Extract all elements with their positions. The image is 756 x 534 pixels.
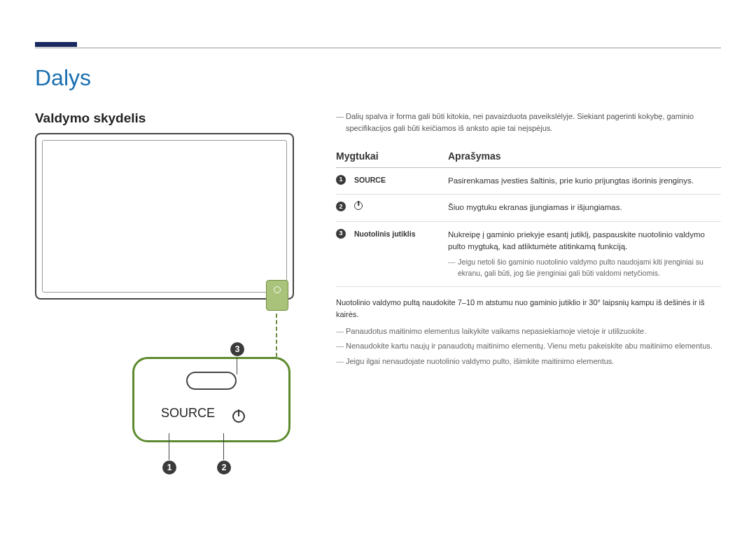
leader-line-3 [237,358,237,374]
row-label: Nuotolinis jutiklis [354,229,416,240]
th-description: Aprašymas [448,146,721,168]
footnote-item: Nenaudokite kartu naujų ir panaudotų mai… [336,340,721,353]
control-box: SOURCE [132,357,290,442]
control-panel-diagram: SOURCE 3 1 2 [35,133,308,476]
callout-1: 1 [162,461,176,475]
connector-line [276,314,277,357]
row-subnote: Jeigu netoli šio gaminio nuotolinio vald… [448,257,717,279]
footnote-item: Jeigu ilgai nenaudojate nuotolinio valdy… [336,356,721,368]
leader-line-1 [169,433,169,460]
table-row: 2 Šiuo mygtuku ekranas įjungiamas ir išj… [336,195,721,221]
description-table: Mygtukai Aprašymas 1 SOURCE Pasirenkamas… [336,146,721,287]
row-badge: 2 [336,202,346,211]
row-badge: 3 [336,229,346,239]
display-inner [42,140,287,293]
leader-line-2 [223,433,224,460]
page-title: Dalys [35,65,721,91]
th-buttons: Mygtukai [336,146,448,168]
power-icon [354,202,363,210]
oval-button-icon [186,372,237,390]
row-desc: Pasirenkamas įvesties šaltinis, prie kur… [448,168,721,195]
header-accent [35,42,77,47]
sensor-dot-icon [274,286,281,293]
display-outline [35,133,294,300]
row-label: SOURCE [354,175,386,186]
table-row: 3 Nuotolinis jutiklis Nukreipę į gaminio… [336,221,721,286]
callout-3: 3 [230,342,244,356]
footnotes: Nuotolinio valdymo pultą naudokite 7–10 … [336,297,721,368]
header-rule [35,48,721,48]
section-title: Valdymo skydelis [35,111,308,126]
source-label: SOURCE [161,406,215,421]
row-desc: Nukreipę į gaminio priekyje esantį jutik… [448,230,705,251]
power-icon [232,410,245,423]
table-row: 1 SOURCE Pasirenkamas įvesties šaltinis,… [336,168,721,195]
row-desc: Šiuo mygtuku ekranas įjungiamas ir išjun… [448,195,721,221]
footnote-item: Panaudotus maitinimo elementus laikykite… [336,325,721,338]
callout-2: 2 [217,461,231,475]
top-note: Dalių spalva ir forma gali būti kitokia,… [336,111,721,134]
row-badge: 1 [336,175,346,185]
sensor-stub [266,280,288,311]
footnote-lead: Nuotolinio valdymo pultą naudokite 7–10 … [336,297,721,321]
